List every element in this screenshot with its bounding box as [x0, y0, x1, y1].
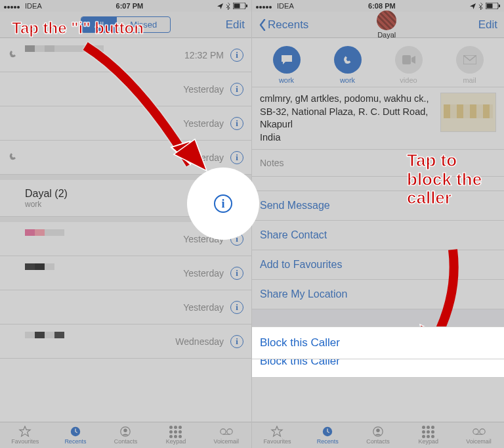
info-icon[interactable]: i [230, 335, 243, 348]
tab-contacts[interactable]: Contacts [353, 422, 404, 448]
svg-point-16 [376, 429, 379, 432]
action-message[interactable]: work [256, 46, 317, 84]
send-message-link[interactable]: Send Message [252, 191, 504, 221]
row-name: Dayal (2) [25, 188, 179, 200]
block-caller-button[interactable]: Block this Caller [252, 326, 504, 359]
location-icon [470, 3, 476, 9]
battery-icon [486, 3, 500, 9]
svg-rect-2 [246, 5, 247, 7]
svg-point-5 [124, 429, 127, 432]
segment-control[interactable]: All Missed [81, 16, 171, 33]
status-right [217, 3, 247, 10]
tab-favourites[interactable]: Favourites [0, 422, 51, 448]
info-icon[interactable]: i [230, 49, 243, 62]
map-thumbnail[interactable] [440, 93, 496, 132]
tab-keypad[interactable]: Keypad [403, 422, 453, 448]
row-time: Yesterday [183, 302, 224, 313]
row-sub: work [25, 200, 179, 209]
info-icon[interactable]: i [230, 267, 243, 280]
row-time: Yesterday [183, 118, 224, 129]
info-icon[interactable]: i [230, 83, 243, 96]
recents-row[interactable]: Yesterday i [0, 72, 251, 106]
row-time: Yesterday [183, 268, 224, 279]
status-time: 6:07 PM [42, 2, 217, 10]
status-bar: IDEA 6:07 PM [0, 0, 251, 12]
svg-point-6 [220, 429, 226, 434]
recents-row[interactable]: Yesterday i [0, 106, 251, 141]
bluetooth-icon [478, 3, 483, 10]
info-icon[interactable]: i [230, 117, 243, 130]
tab-keypad[interactable]: Keypad [151, 422, 201, 448]
row-time: Wednesday [175, 336, 224, 347]
tab-recents[interactable]: Recents [51, 422, 101, 448]
action-mail: mail [439, 46, 500, 84]
svg-rect-10 [487, 4, 493, 9]
carrier-label: IDEA [277, 2, 294, 10]
recents-row[interactable]: Yesterday i [0, 290, 251, 325]
info-icon[interactable]: i [230, 151, 243, 164]
recents-row[interactable]: Yesterday i [0, 222, 251, 256]
contact-header: Dayal [308, 11, 465, 39]
action-call[interactable]: work [317, 46, 378, 84]
battery-icon [233, 3, 247, 9]
segment-all[interactable]: All [81, 17, 117, 32]
recents-row[interactable]: Yesterday i [0, 256, 251, 290]
notes-row[interactable]: Notes [252, 150, 504, 177]
screen-contact-detail: IDEA 6:08 PM Recents Dayal Edit work wor… [252, 0, 504, 448]
svg-point-17 [472, 429, 478, 434]
message-icon [273, 46, 301, 74]
info-icon[interactable]: i [230, 233, 243, 246]
action-video: video [378, 46, 439, 84]
segment-missed[interactable]: Missed [117, 17, 170, 32]
nav-bar: Recents Dayal Edit [252, 12, 504, 38]
tab-voicemail[interactable]: Voicemail [201, 422, 251, 448]
screen-recents: IDEA 6:07 PM All Missed Edit 12:32 PM i … [0, 0, 252, 448]
svg-point-7 [227, 429, 232, 434]
contact-name: Dayal [377, 31, 396, 39]
tab-favourites[interactable]: Favourites [252, 422, 303, 448]
back-button[interactable]: Recents [259, 18, 308, 32]
contact-actions: work work video mail [252, 38, 504, 87]
chevron-left-icon [259, 19, 266, 31]
location-icon [217, 3, 223, 9]
nav-bar: All Missed Edit [0, 12, 251, 38]
row-time: Yesterday [183, 152, 224, 163]
outgoing-call-icon [8, 151, 18, 164]
tab-voicemail[interactable]: Voicemail [453, 422, 504, 448]
svg-rect-11 [499, 5, 500, 7]
mail-icon [456, 46, 484, 74]
recents-row-dayal[interactable]: Dayal (2) work Ye ay [0, 180, 251, 217]
tab-recents[interactable]: Recents [303, 422, 353, 448]
row-time: Ye ay [186, 193, 224, 204]
tab-contacts[interactable]: Contacts [100, 422, 151, 448]
outgoing-call-icon [8, 49, 18, 62]
row-time: 12:32 PM [184, 50, 224, 60]
phone-icon [334, 46, 362, 74]
edit-button[interactable]: Edit [212, 18, 245, 32]
carrier-label: IDEA [25, 2, 42, 10]
address-text: cmlmry, gM artkles, podomu, wakhu ck., S… [260, 93, 435, 144]
video-icon [395, 46, 423, 74]
recents-row[interactable]: 12:32 PM i [0, 38, 251, 72]
avatar [377, 11, 396, 30]
status-time: 6:08 PM [294, 2, 470, 10]
recents-row[interactable]: Wednesday i [0, 325, 251, 359]
recents-row[interactable]: Yesterday i [0, 141, 251, 175]
svg-rect-1 [234, 4, 240, 9]
info-icon[interactable]: i [230, 301, 243, 314]
tab-bar: Favourites Recents Contacts Keypad Voice… [252, 422, 504, 448]
tab-bar: Favourites Recents Contacts Keypad Voice… [0, 422, 251, 448]
add-favourites-link[interactable]: Add to Favourites [252, 250, 504, 280]
edit-button[interactable]: Edit [465, 18, 497, 32]
address-row[interactable]: cmlmry, gM artkles, podomu, wakhu ck., S… [252, 87, 504, 150]
share-location-link[interactable]: Share My Location [252, 280, 504, 309]
bluetooth-icon [226, 3, 230, 10]
share-contact-link[interactable]: Share Contact [252, 221, 504, 250]
row-time: Yesterday [183, 234, 224, 244]
svg-rect-12 [402, 55, 411, 64]
recents-list[interactable]: 12:32 PM i Yesterday i Yesterday i Yeste… [0, 38, 251, 422]
svg-point-18 [479, 429, 484, 434]
row-time: Yesterday [183, 84, 224, 95]
